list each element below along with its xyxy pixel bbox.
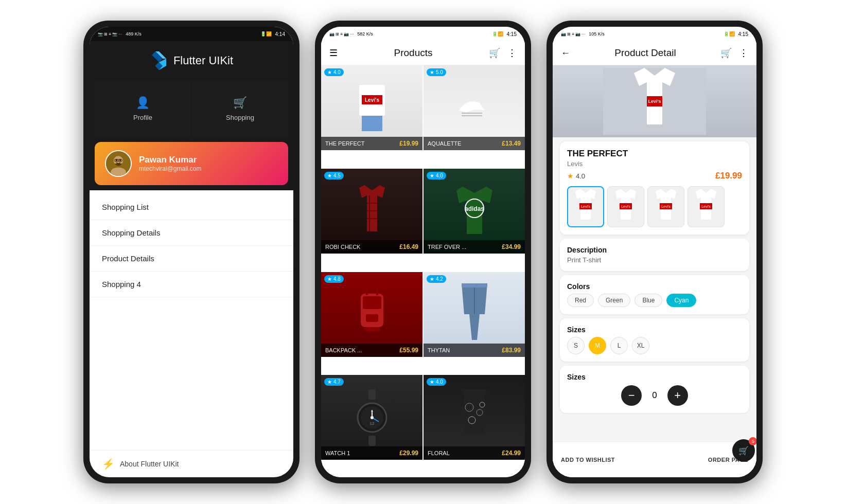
color-blue[interactable]: Blue <box>634 294 662 307</box>
product-card-1[interactable]: ★ 5.0 AQUALETTE £13.49 <box>424 65 525 150</box>
svg-point-7 <box>115 159 117 161</box>
svg-point-38 <box>371 416 374 419</box>
product-rating-6: ★ 4.7 <box>324 378 344 386</box>
clock-1: 4:14 <box>275 31 285 37</box>
product-footer-6: WATCH 1 £29.99 <box>321 446 422 460</box>
thumb-1[interactable]: Levi's <box>567 186 604 227</box>
cart-count-badge: 5 <box>749 437 756 445</box>
back-icon[interactable]: ← <box>561 48 570 59</box>
thumb-3[interactable]: Levi's <box>647 186 684 227</box>
product-price-6: £29.99 <box>399 449 418 457</box>
shoes-img <box>449 82 500 134</box>
colors-label: Colors <box>567 282 742 291</box>
levis-img: Levi's <box>351 82 393 134</box>
detail-app-bar-icons: 🛒 ⋮ <box>720 47 748 59</box>
thumb-img-3: Levi's <box>650 189 681 225</box>
size-m[interactable]: M <box>589 337 606 354</box>
decrease-qty-button[interactable]: − <box>621 385 642 406</box>
menu-item-profile[interactable]: 👤 Profile <box>95 80 191 137</box>
cart-icon-2[interactable]: 🛒 <box>489 47 500 59</box>
rating-value-3: 4.0 <box>436 173 443 178</box>
detail-title: Product Detail <box>614 47 676 59</box>
color-red[interactable]: Red <box>567 294 594 307</box>
user-card: Pawan Kumar mtechviral@gmail.com <box>95 142 288 185</box>
svg-text:6: 6 <box>371 409 373 413</box>
thumb-2[interactable]: Levi's <box>607 186 644 227</box>
product-name-5: THYTAN <box>428 347 450 353</box>
cart-icon-3[interactable]: 🛒 <box>720 47 732 59</box>
product-card-2[interactable]: ★ 4.5 ROBI CHECK £16.49 <box>321 169 422 254</box>
nav-shopping-details[interactable]: Shopping Details <box>90 220 293 246</box>
cart-fab[interactable]: 🛒 5 <box>732 439 755 462</box>
star-icon-0: ★ <box>327 69 332 75</box>
product-price-3: £34.99 <box>502 243 521 250</box>
product-rating-2: ★ 4.5 <box>324 172 344 179</box>
color-green[interactable]: Green <box>598 294 630 307</box>
svg-rect-27 <box>366 314 378 322</box>
product-card-6[interactable]: 12 6 ★ 4.7 WATCH 1 £29.99 <box>321 375 422 460</box>
jeans-img <box>456 283 492 345</box>
size-l[interactable]: L <box>610 337 628 354</box>
product-rating-5: ★ 4.2 <box>427 275 446 283</box>
nav-shopping-4[interactable]: Shopping 4 <box>90 272 293 297</box>
svg-rect-33 <box>368 389 376 400</box>
products-title: Products <box>394 47 433 59</box>
watch-img: 12 6 <box>349 387 395 448</box>
hoodie-img: adidas <box>451 183 498 239</box>
battery-icon-3: 🔋📶 <box>724 31 735 37</box>
color-cyan[interactable]: Cyan <box>666 294 696 307</box>
hamburger-icon[interactable]: ☰ <box>329 47 338 59</box>
menu-item-shopping[interactable]: 🛒 Shopping <box>192 80 288 137</box>
sizes-card: Sizes S M L XL <box>560 318 749 362</box>
more-icon-2[interactable]: ⋮ <box>507 47 517 59</box>
increase-qty-button[interactable]: + <box>667 385 688 406</box>
battery-icon-2: 🔋📶 <box>492 31 503 37</box>
phone1-footer: ⚡ About Flutter UIKit <box>90 450 293 477</box>
avatar <box>105 150 132 177</box>
detail-rating-row: ★ 4.0 £19.99 <box>567 171 742 181</box>
battery-icon-1: 🔋📶 <box>260 31 272 37</box>
product-card-3[interactable]: adidas ★ 4.0 TREF OVER ... £34.99 <box>424 169 525 254</box>
star-icon-5: ★ <box>430 276 434 282</box>
rating-value-0: 4.0 <box>333 69 341 75</box>
svg-rect-41 <box>368 436 376 446</box>
nav-shopping-list[interactable]: Shopping List <box>90 194 293 220</box>
app-icons: 📷 ⊞ ≡ 📷 ··· <box>98 32 122 37</box>
size-s[interactable]: S <box>567 337 585 354</box>
product-name-6: WATCH 1 <box>325 450 350 456</box>
backpack-img <box>351 286 393 343</box>
nav-product-details[interactable]: Product Details <box>90 246 293 272</box>
product-card-4[interactable]: ★ 4.8 BACKPACK ... £55.99 <box>321 272 422 357</box>
product-name-4: BACKPACK ... <box>325 347 362 353</box>
product-footer-4: BACKPACK ... £55.99 <box>321 344 422 357</box>
thumb-4[interactable]: Levi's <box>688 186 725 227</box>
product-price-0: £19.99 <box>399 140 418 147</box>
svg-text:Levi's: Levi's <box>701 205 711 208</box>
product-card-0[interactable]: Levi's ★ 4.0 THE PERFECT £19.99 <box>321 65 422 150</box>
star-filled-icon: ★ <box>567 172 574 180</box>
clock-3: 4:15 <box>738 31 748 37</box>
user-email: mtechviral@gmail.com <box>139 165 202 172</box>
product-price-4: £55.99 <box>399 347 418 354</box>
product-card-7[interactable]: ★ 4.0 FLORAL £24.99 <box>424 375 525 460</box>
product-footer-3: TREF OVER ... £34.99 <box>424 240 525 254</box>
flutter-logo-icon <box>150 51 168 70</box>
size-xl[interactable]: XL <box>632 337 649 354</box>
detail-price: £19.99 <box>715 171 742 181</box>
more-icon-3[interactable]: ⋮ <box>739 47 748 59</box>
flutter-header: Flutter UIKit <box>90 41 293 80</box>
product-price-2: £16.49 <box>399 243 418 250</box>
add-to-wishlist-button[interactable]: ADD TO WISHLIST <box>561 457 615 463</box>
size-options: S M L XL <box>567 337 742 354</box>
product-footer-2: ROBI CHECK £16.49 <box>321 240 422 254</box>
rating-value-1: 5.0 <box>436 69 443 75</box>
product-name-7: FLORAL <box>428 450 450 456</box>
phone3-content: ← Product Detail 🛒 ⋮ Levi's <box>553 41 756 477</box>
profile-icon: 👤 <box>136 96 150 110</box>
star-icon-1: ★ <box>430 69 434 75</box>
product-card-5[interactable]: ★ 4.2 THYTAN £83.99 <box>424 272 525 357</box>
footer-flutter-icon: ⚡ <box>102 458 115 470</box>
profile-label: Profile <box>133 114 152 121</box>
detail-rating-num: 4.0 <box>576 172 585 180</box>
thumb-img-4: Levi's <box>691 189 721 225</box>
